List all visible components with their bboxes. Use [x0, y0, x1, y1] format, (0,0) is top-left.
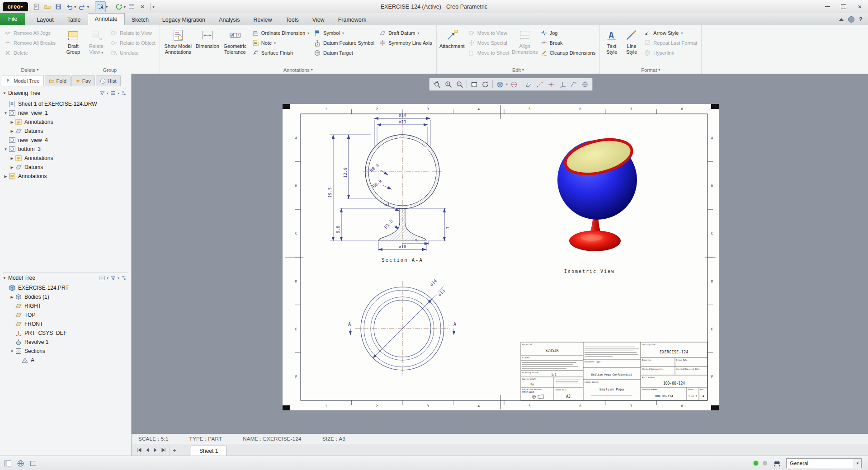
expand-icon[interactable]: ▶: [9, 129, 15, 133]
expand-icon[interactable]: ▶: [9, 165, 15, 169]
move-to-sheet-button[interactable]: Move to Sheet: [466, 48, 511, 58]
tab-table[interactable]: Table: [61, 14, 88, 25]
tab-favorites[interactable]: ★Fav: [71, 75, 95, 86]
regenerate-icon[interactable]: [114, 2, 124, 12]
annotations-group-label[interactable]: Annotations▾: [162, 66, 434, 74]
remove-all-jogs-button[interactable]: Remove All Jogs: [2, 28, 57, 38]
tree-item-sections[interactable]: ▼Sections: [1, 347, 130, 356]
surface-finish-button[interactable]: Surface Finish: [250, 48, 311, 58]
tree-item-revolve-1[interactable]: Revolve 1: [1, 338, 130, 347]
expand-icon[interactable]: ▶: [9, 156, 15, 160]
web-browser-toggle-icon[interactable]: [15, 458, 25, 468]
tree-item-datums[interactable]: ▶Datums: [1, 163, 130, 172]
zoom-in-icon[interactable]: [443, 79, 453, 89]
symmetry-line-axis-button[interactable]: Symmetry Line Axis: [377, 38, 434, 48]
section-view-icon[interactable]: [509, 79, 519, 89]
show-model-annotations-button[interactable]: Show Model Annotations: [162, 27, 194, 55]
delete-button[interactable]: Delete: [2, 48, 57, 58]
arrow-style-button[interactable]: Arrow Style▾: [642, 28, 699, 38]
maximize-icon[interactable]: [835, 0, 852, 13]
relate-to-object-button[interactable]: Relate to Object: [108, 38, 157, 48]
delete-group-label[interactable]: Delete▾: [2, 66, 57, 74]
draft-datum-button[interactable]: Draft Datum▾: [377, 28, 434, 38]
tree-item-bodies-1-[interactable]: ▶Bodies (1): [1, 292, 130, 301]
model-tree-show-icon[interactable]: [98, 274, 107, 282]
tree-item-datums[interactable]: ▶Datums: [1, 127, 130, 136]
tab-layout[interactable]: Layout: [30, 14, 61, 25]
tree-item-right[interactable]: RIGHT: [1, 301, 130, 310]
find-icon[interactable]: [772, 458, 782, 468]
attachment-button[interactable]: Attachment: [439, 27, 465, 49]
select-mode-icon[interactable]: [95, 1, 106, 12]
new-file-icon[interactable]: [32, 2, 42, 12]
format-group-label[interactable]: Format▾: [602, 66, 699, 74]
tree-item-exercise-124-prt[interactable]: EXERCISE-124.PRT: [1, 283, 130, 292]
display-style-icon[interactable]: [495, 79, 505, 89]
close-window-icon[interactable]: ×: [137, 2, 147, 12]
tree-item-new-view-1[interactable]: ▼new_view_1: [1, 108, 130, 118]
move-to-view-button[interactable]: Move to View: [466, 28, 511, 38]
tree-settings-icon[interactable]: [119, 89, 128, 97]
tree-item-top[interactable]: TOP: [1, 310, 130, 320]
redo-icon[interactable]: [77, 2, 87, 12]
tab-legacy-migration[interactable]: Legacy Migration: [156, 14, 212, 25]
next-sheet-icon[interactable]: [151, 446, 160, 455]
move-special-button[interactable]: Move Special: [466, 38, 511, 48]
align-dimensions-button[interactable]: Align Dimensions: [512, 27, 538, 55]
sheet-tab[interactable]: Sheet 1: [191, 446, 226, 456]
navigator-toggle-icon[interactable]: [3, 458, 13, 468]
resource-center-icon[interactable]: [848, 16, 854, 23]
tree-item-annotations[interactable]: ▶Annotations: [1, 172, 130, 181]
expand-icon[interactable]: ▶: [3, 174, 9, 179]
tree-item-annotations[interactable]: ▶Annotations: [1, 154, 130, 163]
close-icon[interactable]: ×: [852, 0, 868, 13]
model-tree-filter-icon[interactable]: [108, 274, 118, 282]
zoom-out-icon[interactable]: [454, 79, 465, 89]
tab-view[interactable]: View: [306, 14, 331, 25]
tree-filter-icon[interactable]: [98, 89, 107, 97]
hyperlink-button[interactable]: Hyperlink: [642, 48, 699, 58]
edit-group-label[interactable]: Edit▾: [439, 66, 597, 74]
tab-annotate[interactable]: Annotate: [88, 13, 125, 25]
tab-history[interactable]: Hist: [96, 75, 121, 86]
collapse-icon[interactable]: ▼: [3, 147, 9, 151]
expand-icon[interactable]: ▶: [9, 295, 15, 299]
selection-filter-dropdown[interactable]: General ▾: [786, 458, 862, 468]
minimize-ribbon-icon[interactable]: [839, 18, 844, 21]
tab-model-tree[interactable]: Model Tree: [2, 75, 44, 86]
collapse-icon[interactable]: ▼: [9, 349, 15, 353]
tree-item-bottom-3[interactable]: ▼bottom_3: [1, 145, 130, 154]
point-symbol-display-icon[interactable]: [546, 79, 556, 89]
accessory-window-icon[interactable]: [28, 458, 38, 468]
redo-caret-icon[interactable]: ▾: [87, 5, 90, 9]
model-tree-settings-icon[interactable]: [119, 274, 128, 282]
draft-group-button[interactable]: Draft Group: [62, 27, 84, 55]
datum-feature-symbol-button[interactable]: ADatum Feature Symbol: [312, 38, 376, 48]
window-manager-icon[interactable]: [127, 2, 137, 12]
cleanup-dimensions-button[interactable]: Cleanup Dimensions: [538, 48, 598, 58]
remove-all-breaks-button[interactable]: Remove All Breaks: [2, 38, 57, 48]
datum-axis-display-icon[interactable]: [534, 79, 545, 89]
graphics-area[interactable]: ▾: [132, 74, 868, 434]
save-icon[interactable]: [53, 2, 63, 12]
expand-icon[interactable]: ▶: [9, 120, 15, 124]
add-sheet-icon[interactable]: +: [170, 446, 179, 455]
datum-plane-display-icon[interactable]: [523, 79, 533, 89]
collapse-icon[interactable]: ▼: [3, 276, 6, 280]
help-icon[interactable]: ?: [859, 16, 863, 23]
tree-item-a[interactable]: A: [1, 356, 130, 365]
tab-file[interactable]: File: [0, 13, 25, 25]
jog-button[interactable]: Jog: [538, 28, 598, 38]
line-style-button[interactable]: Line Style: [622, 27, 641, 55]
tab-tools[interactable]: Tools: [279, 14, 306, 25]
tree-list-icon[interactable]: [108, 89, 118, 97]
open-file-icon[interactable]: [42, 2, 52, 12]
tree-item-annotations[interactable]: ▶Annotations: [1, 118, 130, 127]
tab-review[interactable]: Review: [247, 14, 279, 25]
dimension-button[interactable]: Dimension: [195, 27, 220, 49]
previous-sheet-icon[interactable]: [143, 446, 151, 455]
tab-folder-browser[interactable]: Fold: [45, 75, 71, 86]
annotation-display-icon[interactable]: [568, 79, 579, 89]
tree-item-prt-csys-def[interactable]: PRT_CSYS_DEF: [1, 329, 130, 338]
undo-icon[interactable]: [64, 2, 74, 12]
